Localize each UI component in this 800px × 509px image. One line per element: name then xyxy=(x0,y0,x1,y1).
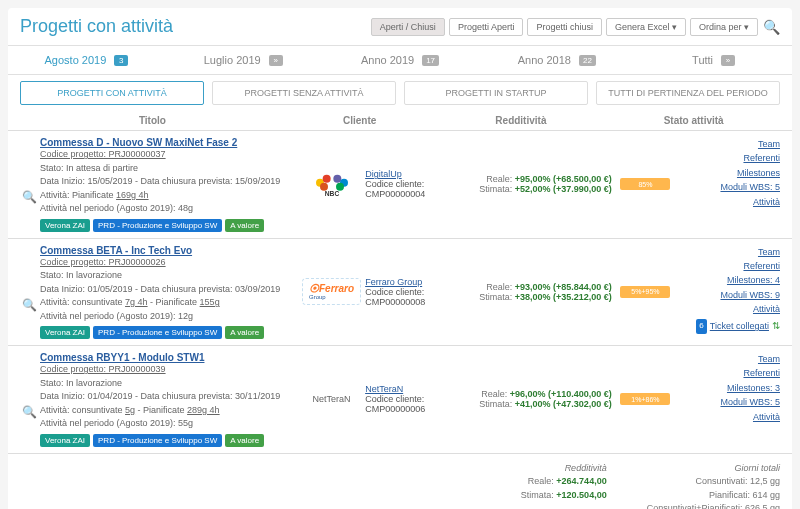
progress-bar: 1%+86% xyxy=(620,393,670,405)
link-moduli-wbs[interactable]: Moduli WBS: 5 xyxy=(679,180,780,194)
magnify-icon[interactable]: 🔍 xyxy=(20,137,38,232)
tab-tutti[interactable]: Tutti» xyxy=(635,46,792,74)
tab-agosto-2019[interactable]: Agosto 20193 xyxy=(8,46,165,74)
project-links: TeamReferentiMilestones: 4Moduli WBS: 9A… xyxy=(679,245,780,335)
project-attivita: Attività: consuntivate 5g - Pianificate … xyxy=(40,404,298,418)
filter-startup[interactable]: PROGETTI IN STARTUP xyxy=(404,81,588,105)
project-stato: Stato: In lavorazione xyxy=(40,377,298,391)
client-code-label: Codice cliente: xyxy=(365,287,443,297)
progress-bar: 85% xyxy=(620,178,670,190)
tag-location[interactable]: Verona ZAI xyxy=(40,326,90,339)
filter-con-attivita[interactable]: PROGETTI CON ATTIVITÀ xyxy=(20,81,204,105)
tag-valore[interactable]: A valore xyxy=(225,434,264,447)
btn-progetti-aperti[interactable]: Progetti Aperti xyxy=(449,18,524,36)
prof-stimata: +41,00% (+47.302,00 €) xyxy=(515,399,612,409)
col-stato: Stato attività xyxy=(607,115,780,126)
project-dates: Data Inizio: 01/04/2019 - Data chiusura … xyxy=(40,390,298,404)
tab-luglio-2019[interactable]: Luglio 2019» xyxy=(165,46,322,74)
ticket-collegati[interactable]: 6Ticket collegati ⇅ xyxy=(696,318,780,334)
tag-valore[interactable]: A valore xyxy=(225,326,264,339)
col-redditivita: Redditività xyxy=(435,115,608,126)
prof-stimata: +52,00% (+37.990,00 €) xyxy=(515,184,612,194)
magnify-icon[interactable]: 🔍 xyxy=(20,245,38,340)
project-stato: Stato: In lavorazione xyxy=(40,269,298,283)
link-attivita[interactable]: Attività xyxy=(679,302,780,316)
client-logo-text: NetTeraN xyxy=(313,394,351,404)
project-periodo: Attività nel periodo (Agosto 2019): 12g xyxy=(40,310,298,324)
btn-genera-excel[interactable]: Genera Excel ▾ xyxy=(606,18,686,36)
tag-prd[interactable]: PRD - Produzione e Sviluppo SW xyxy=(93,326,222,339)
search-icon[interactable]: 🔍 xyxy=(762,18,780,36)
link-referenti[interactable]: Referenti xyxy=(679,366,780,380)
project-row: 🔍Commessa D - Nuovo SW MaxiNet Fase 2Cod… xyxy=(8,131,792,239)
sort-icon[interactable]: ⇅ xyxy=(772,318,780,334)
tab-anno-2019[interactable]: Anno 201917 xyxy=(322,46,479,74)
tag-prd[interactable]: PRD - Produzione e Sviluppo SW xyxy=(93,434,222,447)
svg-point-2 xyxy=(333,175,341,183)
project-attivita: Attività: Pianificate 169g 4h xyxy=(40,189,298,203)
link-attivita[interactable]: Attività xyxy=(679,195,780,209)
project-row: 🔍Commessa RBYY1 - Modulo STW1Codice prog… xyxy=(8,346,792,454)
project-row: 🔍Commessa BETA - Inc Tech EvoCodice prog… xyxy=(8,239,792,347)
project-links: TeamReferentiMilestonesModuli WBS: 5Atti… xyxy=(679,137,780,209)
tag-location[interactable]: Verona ZAI xyxy=(40,219,90,232)
summary-giorni: Giorni totali Consuntivati: 12,5 gg Pian… xyxy=(647,462,780,510)
project-dates: Data Inizio: 15/05/2019 - Data chiusura … xyxy=(40,175,298,189)
svg-point-1 xyxy=(322,175,330,183)
col-cliente: Cliente xyxy=(285,115,435,126)
project-tags: Verona ZAIPRD - Produzione e Sviluppo SW… xyxy=(40,326,298,339)
link-team[interactable]: Team xyxy=(679,352,780,366)
project-name[interactable]: Commessa RBYY1 - Modulo STW1 xyxy=(40,352,298,363)
client-name[interactable]: DigitalUp xyxy=(365,169,443,179)
client-code: CMP00000006 xyxy=(365,404,443,414)
tag-valore[interactable]: A valore xyxy=(225,219,264,232)
link-referenti[interactable]: Referenti xyxy=(679,151,780,165)
filter-tabs: PROGETTI CON ATTIVITÀ PROGETTI SENZA ATT… xyxy=(8,75,792,111)
summary-footer: Redditività Reale: +264.744,00 Stimata: … xyxy=(8,454,792,510)
client-name[interactable]: Ferraro Group xyxy=(365,277,443,287)
summary-redditivita: Redditività Reale: +264.744,00 Stimata: … xyxy=(521,462,607,510)
ferraro-logo-icon: ⦿FerraroGroup xyxy=(302,278,361,305)
client-code-label: Codice cliente: xyxy=(365,179,443,189)
project-tags: Verona ZAIPRD - Produzione e Sviluppo SW… xyxy=(40,434,298,447)
client-code: CMP00000004 xyxy=(365,189,443,199)
progress-bar: 5%+95% xyxy=(620,286,670,298)
header-toolbar: Aperti / Chiusi Progetti Aperti Progetti… xyxy=(371,18,780,36)
prof-stimata: +38,00% (+35.212,00 €) xyxy=(515,292,612,302)
project-links: TeamReferentiMilestones: 3Moduli WBS: 5A… xyxy=(679,352,780,424)
project-code: Codice progetto: PRJ00000026 xyxy=(40,256,298,270)
filter-senza-attivita[interactable]: PROGETTI SENZA ATTIVITÀ xyxy=(212,81,396,105)
filter-tutti-periodo[interactable]: TUTTI DI PERTINENZA DEL PERIODO xyxy=(596,81,780,105)
btn-aperti-chiusi[interactable]: Aperti / Chiusi xyxy=(371,18,445,36)
project-name[interactable]: Commessa BETA - Inc Tech Evo xyxy=(40,245,298,256)
project-tags: Verona ZAIPRD - Produzione e Sviluppo SW… xyxy=(40,219,298,232)
table-header: Titolo Cliente Redditività Stato attivit… xyxy=(8,111,792,131)
client-code-label: Codice cliente: xyxy=(365,394,443,404)
prof-reale: +95,00% (+68.500,00 €) xyxy=(515,174,612,184)
link-milestones[interactable]: Milestones xyxy=(679,166,780,180)
link-team[interactable]: Team xyxy=(679,245,780,259)
link-milestones[interactable]: Milestones: 4 xyxy=(679,273,780,287)
btn-progetti-chiusi[interactable]: Progetti chiusi xyxy=(527,18,602,36)
tab-anno-2018[interactable]: Anno 201822 xyxy=(478,46,635,74)
col-titolo: Titolo xyxy=(20,115,285,126)
prof-reale: +93,00% (+85.844,00 €) xyxy=(515,282,612,292)
project-name[interactable]: Commessa D - Nuovo SW MaxiNet Fase 2 xyxy=(40,137,298,148)
btn-ordina-per[interactable]: Ordina per ▾ xyxy=(690,18,758,36)
link-milestones[interactable]: Milestones: 3 xyxy=(679,381,780,395)
tag-location[interactable]: Verona ZAI xyxy=(40,434,90,447)
project-dates: Data Inizio: 01/05/2019 - Data chiusura … xyxy=(40,283,298,297)
link-team[interactable]: Team xyxy=(679,137,780,151)
magnify-icon[interactable]: 🔍 xyxy=(20,352,38,447)
prof-reale: +96,00% (+110.400,00 €) xyxy=(510,389,612,399)
link-attivita[interactable]: Attività xyxy=(679,410,780,424)
tag-prd[interactable]: PRD - Produzione e Sviluppo SW xyxy=(93,219,222,232)
svg-text:NBC: NBC xyxy=(324,190,339,197)
project-periodo: Attività nel periodo (Agosto 2019): 55g xyxy=(40,417,298,431)
period-tabs: Agosto 20193 Luglio 2019» Anno 201917 An… xyxy=(8,45,792,75)
link-referenti[interactable]: Referenti xyxy=(679,259,780,273)
client-name[interactable]: NetTeraN xyxy=(365,384,443,394)
client-code: CMP00000008 xyxy=(365,297,443,307)
link-moduli-wbs[interactable]: Moduli WBS: 9 xyxy=(679,288,780,302)
link-moduli-wbs[interactable]: Moduli WBS: 5 xyxy=(679,395,780,409)
